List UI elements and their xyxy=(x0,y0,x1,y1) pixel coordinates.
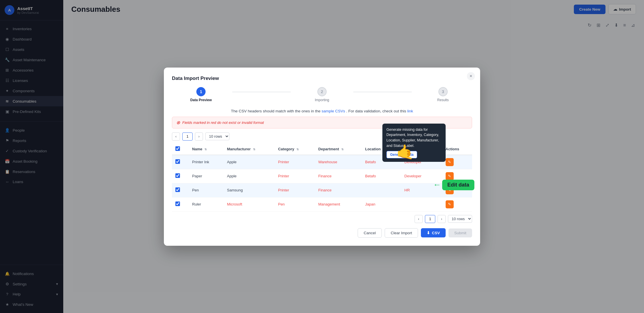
cell-location: Japan xyxy=(362,197,401,211)
step-line-1 xyxy=(232,92,290,92)
col-department: Department ⇅ xyxy=(315,143,362,155)
modal-title: Data Import Preview xyxy=(172,76,472,81)
edit-arrow-icon: ← xyxy=(433,180,441,189)
table-row: Pen Samsung Printer Finance HR ✎ xyxy=(172,183,472,197)
cell-department: Warehouse xyxy=(315,155,362,169)
cell-name: Printer Ink xyxy=(189,155,223,169)
row-checkbox-cell xyxy=(172,155,189,169)
row-checkbox[interactable] xyxy=(175,187,180,192)
row-checkbox-cell xyxy=(172,197,189,211)
cell-department: Finance xyxy=(315,183,362,197)
stepper: 1 Data Preview 2 Importing 3 Results xyxy=(172,87,472,102)
row-checkbox-cell xyxy=(172,169,189,183)
cell-inventory xyxy=(401,197,442,211)
download-csv-icon: ⬇ xyxy=(427,231,430,235)
edit-annotation: ← Edit data xyxy=(433,180,474,190)
step-circle-3: 3 xyxy=(438,87,448,96)
step-2: 2 Importing xyxy=(293,87,351,102)
cell-name: Ruler xyxy=(189,197,223,211)
page-number-input[interactable] xyxy=(182,133,193,141)
sample-csv-link[interactable]: sample CSVs xyxy=(322,109,345,113)
row-checkbox[interactable] xyxy=(175,173,180,178)
rows-per-page-select-bottom[interactable]: 10 rows 20 rows 50 rows xyxy=(448,215,472,223)
info-bar: The CSV headers should match with the on… xyxy=(172,109,472,113)
prev-page-button[interactable]: ‹ xyxy=(172,133,180,141)
edit-data-label: Edit data xyxy=(442,180,474,190)
cell-department: Finance xyxy=(315,169,362,183)
csv-button[interactable]: ⬇ CSV xyxy=(421,228,446,237)
step-label-1: Data Preview xyxy=(190,98,212,102)
edit-row-button[interactable]: ✎ xyxy=(446,172,454,180)
cell-actions: ✎ xyxy=(442,197,472,211)
next-page-button[interactable]: › xyxy=(195,133,203,141)
modal-close-button[interactable]: × xyxy=(467,72,475,80)
col-name: Name ⇅ xyxy=(189,143,223,155)
step-label-3: Results xyxy=(437,98,449,102)
rows-per-page-select[interactable]: 10 rows 20 rows 50 rows xyxy=(205,133,229,140)
edit-row-button[interactable]: ✎ xyxy=(446,158,454,166)
import-preview-modal: × Data Import Preview 1 Data Preview 2 I… xyxy=(164,68,480,246)
cell-category: Printer xyxy=(275,169,315,183)
generate-data-tooltip: Generate missing data for Department, In… xyxy=(382,124,446,162)
step-circle-2: 2 xyxy=(317,87,327,96)
validation-link[interactable]: link xyxy=(407,109,413,113)
submit-button[interactable]: Submit xyxy=(448,228,472,237)
page-number-input-bottom[interactable] xyxy=(425,215,435,223)
modal-overlay: × Data Import Preview 1 Data Preview 2 I… xyxy=(0,0,644,313)
select-all-checkbox[interactable] xyxy=(175,146,180,151)
cell-manufacturer: Apple xyxy=(224,169,275,183)
cell-manufacturer: Microsoft xyxy=(224,197,275,211)
col-manufacturer: Manufacturer ⇅ xyxy=(224,143,275,155)
col-category: Category ⇅ xyxy=(275,143,315,155)
cell-category: Printer xyxy=(275,155,315,169)
clear-import-button[interactable]: Clear Import xyxy=(385,228,418,238)
cell-name: Paper xyxy=(189,169,223,183)
table-row: Ruler Microsoft Pen Management Japan ✎ xyxy=(172,197,472,211)
row-checkbox[interactable] xyxy=(175,159,180,164)
step-3: 3 Results xyxy=(414,87,472,102)
step-label-2: Importing xyxy=(315,98,329,102)
cell-name: Pen xyxy=(189,183,223,197)
header-checkbox xyxy=(172,143,189,155)
col-actions: Actions xyxy=(442,143,472,155)
row-checkbox[interactable] xyxy=(175,201,180,206)
row-checkbox-cell xyxy=(172,183,189,197)
edit-row-button[interactable]: ✎ xyxy=(446,200,454,208)
cell-actions: ✎ xyxy=(442,155,472,169)
cell-department: Management xyxy=(315,197,362,211)
cell-location xyxy=(362,183,401,197)
hand-cursor-icon: 🤙 xyxy=(396,144,414,160)
prev-page-button-bottom[interactable]: ‹ xyxy=(415,215,423,223)
cell-category: Pen xyxy=(275,197,315,211)
table-row: Paper Apple Printer Finance Betafo Devel… xyxy=(172,169,472,183)
step-circle-1: 1 xyxy=(196,87,206,96)
step-line-2 xyxy=(353,92,411,92)
cell-manufacturer: Samsung xyxy=(224,183,275,197)
table-controls-bottom: ‹ › 10 rows 20 rows 50 rows xyxy=(172,215,472,223)
cell-location: Betafo xyxy=(362,169,401,183)
step-1: 1 Data Preview xyxy=(172,87,230,102)
cell-manufacturer: Apple xyxy=(224,155,275,169)
error-icon: ⊗ xyxy=(176,120,180,125)
next-page-button-bottom[interactable]: › xyxy=(438,215,446,223)
modal-footer: Cancel Clear Import ⬇ CSV Submit xyxy=(172,228,472,238)
cancel-button[interactable]: Cancel xyxy=(358,228,382,238)
cell-category: Printer xyxy=(275,183,315,197)
